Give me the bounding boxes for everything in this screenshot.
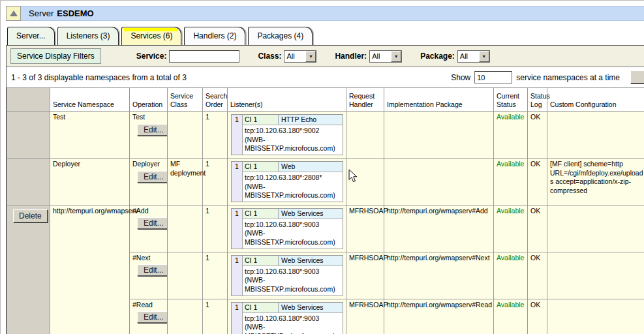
current-status-cell: Available bbox=[494, 158, 528, 205]
implementation-package-cell bbox=[384, 112, 494, 159]
operation-cell: #Read Edit... bbox=[130, 299, 168, 334]
header-listeners: Listener(s) bbox=[228, 88, 346, 112]
current-status-cell: Available bbox=[494, 205, 528, 252]
service-class-cell bbox=[168, 252, 203, 299]
row-action-cell: Delete bbox=[7, 205, 50, 334]
namespace-cell: Test bbox=[50, 112, 130, 159]
listener-ci: CI 1 bbox=[243, 115, 279, 125]
listeners-cell: 1 CI 1 Web Services tcp:10.120.63.180*:9… bbox=[228, 205, 346, 252]
request-handler-cell bbox=[346, 112, 384, 159]
namespace-cell: Deployer bbox=[50, 158, 130, 205]
package-select[interactable]: All ▼ bbox=[457, 50, 490, 63]
current-status-cell: Available bbox=[494, 299, 528, 334]
table-row: Delete http://tempuri.org/wmapserv #Add … bbox=[7, 205, 644, 252]
tab-server[interactable]: Server... bbox=[7, 27, 55, 45]
request-handler-cell: MFRHSOAP bbox=[346, 205, 384, 252]
service-filter-input[interactable] bbox=[169, 50, 239, 63]
status-log-cell: OK bbox=[528, 252, 547, 299]
show-count-input[interactable] bbox=[474, 71, 512, 84]
service-class-cell bbox=[168, 299, 203, 334]
tab-services[interactable]: Services (6) bbox=[121, 27, 181, 45]
status-log-cell: OK bbox=[528, 112, 547, 159]
server-title-bar: Server ESDEMO bbox=[21, 6, 644, 21]
listener-index: 1 bbox=[232, 209, 243, 249]
server-title-prefix: Server bbox=[29, 8, 54, 18]
header-implementation-package: Implementation Package bbox=[384, 88, 494, 112]
search-order-cell: 1 bbox=[203, 299, 228, 334]
current-status-cell: Available bbox=[494, 112, 528, 159]
search-order-cell: 1 bbox=[203, 112, 228, 159]
header-request-handler: Request Handler bbox=[346, 88, 384, 112]
package-select-value: All bbox=[458, 51, 479, 62]
service-filter-label: Service: bbox=[136, 52, 167, 61]
handler-select-value: All bbox=[370, 51, 391, 62]
tab-packages[interactable]: Packages (4) bbox=[248, 27, 313, 45]
listener-endpoint: tcp:10.120.63.180*:9003 bbox=[245, 314, 341, 324]
status-log-cell: OK bbox=[528, 158, 547, 205]
es-admin-screen: Server ESDEMO Server... Listeners (3) Se… bbox=[0, 0, 644, 334]
search-order-cell: 1 bbox=[203, 158, 228, 205]
filter-row: Service Display Filters Service: Class: … bbox=[7, 46, 644, 67]
listener-address: tcp:10.120.63.180*:9003 (NWB-MBISSETXP.m… bbox=[243, 266, 343, 296]
implementation-package-cell: http://tempuri.org/wmapserv#Add bbox=[384, 205, 494, 252]
listener-name: HTTP Echo bbox=[279, 115, 343, 125]
service-class-cell bbox=[168, 205, 203, 252]
search-order-cell: 1 bbox=[203, 252, 228, 299]
mouse-cursor-icon bbox=[348, 169, 360, 183]
tab-handlers[interactable]: Handlers (2) bbox=[184, 27, 245, 45]
edit-button[interactable]: Edit... bbox=[137, 264, 170, 276]
tab-bar: Server... Listeners (3) Services (6) Han… bbox=[7, 27, 313, 45]
operation-cell: #Add Edit... bbox=[130, 205, 168, 252]
custom-configuration-cell bbox=[547, 205, 644, 252]
listener-endpoint: tcp:10.120.63.180*:9003 bbox=[245, 220, 341, 230]
namespace-cell: http://tempuri.org/wmapserv bbox=[50, 205, 130, 334]
listeners-cell: 1 CI 1 Web Services tcp:10.120.63.180*:9… bbox=[228, 252, 346, 299]
listener-ci: CI 1 bbox=[243, 209, 279, 219]
listener-address: tcp:10.120.63.180*:9003 (NWB-MBISSETXP.m… bbox=[243, 219, 343, 249]
listener-index: 1 bbox=[232, 256, 243, 296]
listener-address: tcp:10.120.63.180*:9003 (NWB-MBISSETXP.m… bbox=[243, 313, 343, 334]
listeners-cell: 1 CI 1 HTTP Echo tcp:10.120.63.180*:9002… bbox=[228, 112, 346, 159]
operation-name: Deployer bbox=[132, 160, 166, 169]
operation-cell: Deployer Edit... bbox=[130, 158, 168, 205]
triangle-up-icon bbox=[10, 10, 18, 16]
class-select[interactable]: All ▼ bbox=[284, 50, 316, 63]
listener-name: Web Services bbox=[279, 209, 343, 219]
header-service-class: Service Class bbox=[168, 88, 203, 112]
listener-ci: CI 1 bbox=[243, 162, 279, 172]
header-action bbox=[7, 88, 50, 112]
tab-listeners[interactable]: Listeners (3) bbox=[57, 27, 119, 45]
edit-button[interactable]: Edit... bbox=[137, 171, 170, 183]
status-log-cell: OK bbox=[528, 299, 547, 334]
listeners-cell: 1 CI 1 Web tcp:10.120.63.180*:2808* (NWB… bbox=[228, 158, 346, 205]
operation-name: #Read bbox=[132, 301, 166, 310]
refresh-button[interactable] bbox=[630, 70, 644, 84]
collapse-button[interactable] bbox=[6, 6, 21, 21]
listener-box: 1 CI 1 Web tcp:10.120.63.180*:2808* (NWB… bbox=[231, 161, 343, 202]
delete-button[interactable]: Delete bbox=[13, 209, 48, 222]
operation-name: #Add bbox=[132, 207, 166, 216]
listener-index: 1 bbox=[232, 162, 243, 202]
edit-button[interactable]: Edit... bbox=[137, 311, 170, 323]
table-row: Deployer Deployer Edit... MF deployment … bbox=[7, 158, 644, 205]
chevron-down-icon: ▼ bbox=[479, 51, 489, 62]
header-current-status: Current Status bbox=[494, 88, 528, 112]
request-handler-cell: MFRHSOAP bbox=[346, 299, 384, 334]
custom-configuration-cell bbox=[547, 252, 644, 299]
custom-configuration-cell bbox=[547, 112, 644, 159]
service-class-cell: MF deployment bbox=[168, 158, 203, 205]
row-action-cell bbox=[7, 112, 50, 159]
listener-host: (NWB-MBISSETXP.microfocus.com) bbox=[245, 183, 341, 200]
listener-index: 1 bbox=[232, 115, 243, 155]
edit-button[interactable]: Edit... bbox=[137, 217, 170, 229]
show-label: Show bbox=[451, 73, 470, 82]
edit-button[interactable]: Edit... bbox=[137, 124, 170, 136]
listener-box: 1 CI 1 Web Services tcp:10.120.63.180*:9… bbox=[231, 255, 343, 296]
header-operation: Operation bbox=[130, 88, 168, 112]
show-suffix: service namespaces at a time bbox=[516, 73, 620, 82]
handler-select[interactable]: All ▼ bbox=[369, 50, 402, 63]
listener-name: Web bbox=[279, 162, 343, 172]
listener-address: tcp:10.120.63.180*:9002 (NWB-MBISSETXP.m… bbox=[243, 125, 343, 155]
show-cluster: Show service namespaces at a time bbox=[451, 71, 620, 84]
namespace-count-summary: 1 - 3 of 3 displayable namespaces from a… bbox=[11, 73, 187, 82]
